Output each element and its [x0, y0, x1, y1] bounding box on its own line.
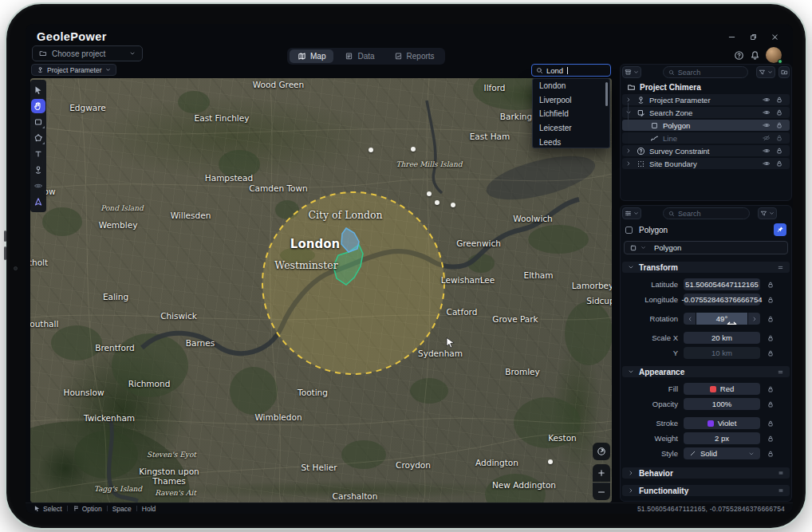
avatar[interactable]	[766, 47, 782, 63]
section-appearance[interactable]: Appearance	[622, 366, 790, 377]
lock-toggle[interactable]	[767, 334, 775, 342]
text-tool[interactable]	[30, 146, 46, 162]
layer-line[interactable]: Line	[622, 132, 790, 144]
field-style: StyleSolid	[625, 447, 786, 459]
field-input[interactable]: 20 km	[684, 332, 760, 344]
suggestion-leeds[interactable]: Leeds	[533, 135, 609, 148]
pin-button[interactable]	[774, 223, 786, 236]
visibility-tool[interactable]	[30, 178, 46, 194]
stepper-value[interactable]: 49°	[696, 313, 747, 325]
field-input[interactable]: Red	[684, 383, 760, 395]
select-tool[interactable]	[30, 82, 46, 98]
hint-label: Option	[82, 505, 102, 513]
section-functionality[interactable]: Functionality	[622, 485, 790, 496]
lock-toggle[interactable]	[767, 315, 775, 323]
suggestion-leicester[interactable]: Leicester	[533, 121, 609, 136]
chevron-right-icon	[751, 316, 758, 322]
lock-icon	[767, 450, 775, 458]
lock-toggle[interactable]	[767, 420, 775, 428]
lock-toggle[interactable]	[775, 96, 783, 104]
lock-toggle[interactable]	[767, 435, 775, 443]
lock-toggle[interactable]	[767, 281, 775, 289]
field-input[interactable]: 100%	[684, 398, 760, 410]
pin-tool[interactable]	[30, 162, 46, 178]
section-transform[interactable]: Transform	[622, 262, 790, 273]
expand-toggle[interactable]	[625, 97, 637, 103]
lock-toggle[interactable]	[767, 450, 775, 458]
layer-survey-constraint[interactable]: Survey Constraint	[622, 145, 790, 156]
visibility-toggle[interactable]	[763, 134, 771, 142]
hand-tool[interactable]	[31, 99, 45, 113]
parameter-pill[interactable]: Project Parameter	[31, 64, 116, 76]
lock-toggle[interactable]	[767, 296, 775, 304]
properties-search-input[interactable]: Search	[663, 207, 750, 219]
zoom-in-button[interactable]	[593, 464, 610, 482]
search-input[interactable]: Lond	[531, 64, 611, 77]
rectangle-tool[interactable]	[30, 114, 46, 130]
notifications-icon[interactable]	[750, 50, 760, 61]
status-hint: Select	[34, 505, 62, 513]
push-pin-icon	[776, 226, 784, 234]
layers-search-input[interactable]: Search	[663, 66, 749, 78]
layer-label: Survey Constraint	[649, 147, 758, 156]
stepper-decrease[interactable]	[684, 313, 696, 325]
item-checkbox[interactable]	[625, 227, 633, 234]
layer-label: Line	[663, 134, 758, 143]
visibility-toggle[interactable]	[763, 108, 771, 116]
suggestion-liverpool[interactable]: Liverpool	[533, 93, 609, 108]
expand-toggle[interactable]	[625, 160, 637, 167]
maximize-icon[interactable]	[749, 33, 758, 41]
scrollbar[interactable]	[605, 82, 608, 106]
close-icon[interactable]	[771, 33, 779, 41]
lock-toggle[interactable]	[775, 108, 783, 116]
field-select[interactable]: Solid	[684, 447, 760, 459]
map-canvas[interactable]: Wood GreenIlfordEdgwareEast FinchleyBark…	[30, 78, 612, 502]
layer-group-button[interactable]	[622, 66, 641, 78]
hint-label: Select	[43, 505, 62, 513]
new-folder-button[interactable]	[778, 66, 790, 78]
layer-site-boundary[interactable]: Site Boundary	[622, 158, 790, 169]
visibility-toggle[interactable]	[763, 121, 771, 129]
layer-project-parameter[interactable]: Project Parameter	[622, 94, 790, 105]
visibility-toggle[interactable]	[763, 96, 771, 104]
field-input[interactable]: 2 px	[684, 432, 760, 444]
field-label: Scale X	[625, 333, 678, 342]
layer-search-zone[interactable]: Search Zone	[622, 107, 790, 118]
layer-root[interactable]: Project Chimera	[622, 81, 790, 93]
expand-toggle[interactable]	[625, 148, 637, 154]
layer-polygon[interactable]: Polygon	[622, 120, 790, 131]
field-input[interactable]: 51.506054647112165	[684, 278, 760, 290]
suggestion-london[interactable]: London	[533, 79, 609, 93]
tab-reports[interactable]: Reports	[386, 49, 443, 63]
lasso-tool[interactable]	[30, 130, 46, 146]
tab-data[interactable]: Data	[337, 49, 382, 63]
field-input[interactable]: Violet	[684, 417, 760, 429]
lock-toggle[interactable]	[767, 400, 775, 408]
properties-options-button[interactable]	[622, 207, 641, 219]
lock-toggle[interactable]	[775, 147, 783, 155]
folder-icon	[39, 49, 47, 57]
help-icon[interactable]	[734, 50, 744, 61]
lock-toggle[interactable]	[767, 349, 775, 357]
properties-filter-button[interactable]	[758, 207, 777, 219]
lock-toggle[interactable]	[767, 385, 775, 393]
lock-toggle[interactable]	[775, 134, 783, 142]
lock-toggle[interactable]	[775, 160, 783, 167]
measure-tool[interactable]	[30, 194, 46, 210]
visibility-toggle[interactable]	[763, 160, 771, 167]
locate-button[interactable]	[593, 443, 610, 460]
minimize-icon[interactable]	[727, 33, 736, 41]
rotation-stepper[interactable]: 49°	[684, 313, 760, 325]
tab-map[interactable]: Map	[290, 49, 333, 63]
field-input[interactable]: -0.07552846376666754	[684, 294, 760, 305]
suggestion-lichfield[interactable]: Lichfield	[533, 107, 609, 121]
zoom-out-button[interactable]	[593, 483, 610, 500]
section-behavior[interactable]: Behavior	[622, 467, 790, 479]
lock-toggle[interactable]	[775, 121, 783, 129]
visibility-toggle[interactable]	[763, 147, 771, 155]
field-input[interactable]: 10 km	[684, 347, 760, 359]
stepper-increase[interactable]	[748, 313, 760, 325]
layers-filter-button[interactable]	[756, 66, 775, 78]
type-select[interactable]: Polygon	[624, 241, 788, 254]
project-select[interactable]: Choose project	[32, 45, 143, 61]
